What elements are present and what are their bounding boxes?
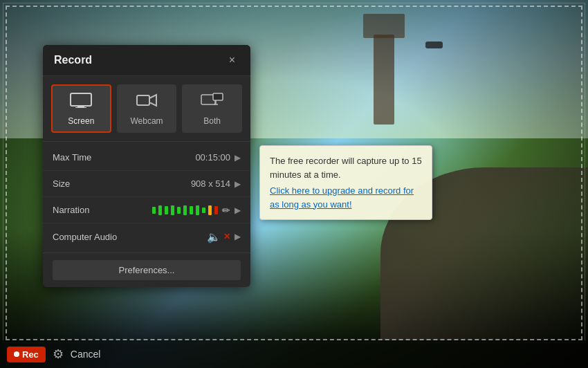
rec-button[interactable]: Rec	[7, 347, 46, 362]
size-arrow[interactable]: ▶	[235, 179, 241, 189]
computer-audio-label: Computer Audio	[53, 232, 207, 242]
meter-bar-8	[196, 205, 199, 215]
narration-arrow[interactable]: ▶	[235, 205, 241, 215]
panel-title: Record	[54, 54, 92, 66]
meter-bar-11	[214, 206, 218, 214]
cancel-button[interactable]: Cancel	[71, 349, 101, 360]
max-time-label: Max Time	[53, 152, 195, 163]
bottom-bar: Rec ⚙ Cancel	[0, 340, 588, 368]
meter-bar-4	[171, 205, 174, 215]
rec-dot	[14, 351, 19, 357]
mode-both-label: Both	[203, 116, 221, 126]
preferences-button[interactable]: Preferences...	[53, 260, 241, 280]
mode-section: Screen Webcam Both	[43, 76, 250, 142]
mode-webcam-button[interactable]: Webcam	[117, 84, 177, 133]
narration-meter	[152, 205, 218, 215]
meter-bar-1	[152, 207, 156, 214]
mode-webcam-label: Webcam	[130, 116, 163, 126]
rec-label: Rec	[22, 349, 39, 360]
screen-icon	[70, 93, 92, 112]
meter-bar-3	[165, 206, 168, 214]
gear-button[interactable]: ⚙	[51, 345, 65, 363]
settings-section: Max Time 00:15:00 ▶ Size 908 x 514 ▶ Nar…	[43, 142, 250, 253]
max-time-row: Max Time 00:15:00 ▶	[43, 145, 250, 171]
mode-screen-label: Screen	[68, 116, 94, 126]
narration-row: Narration ✏ ▶	[43, 197, 250, 223]
tooltip-box: The free recorder will capture up to 15 …	[259, 145, 432, 220]
tooltip-text: The free recorder will capture up to 15 …	[270, 156, 422, 180]
close-button[interactable]: ×	[225, 53, 239, 67]
svg-marker-4	[149, 95, 156, 106]
speaker-icon: 🔈	[207, 230, 221, 243]
size-value: 908 x 514	[191, 178, 230, 189]
size-label: Size	[53, 178, 191, 189]
audio-muted: 🔈 ✕	[207, 230, 230, 243]
meter-bar-9	[202, 208, 205, 213]
svg-rect-0	[71, 93, 91, 106]
svg-rect-1	[77, 106, 84, 107]
webcam-icon	[136, 93, 157, 112]
svg-rect-6	[213, 93, 223, 100]
audio-arrow[interactable]: ▶	[235, 232, 241, 241]
narration-label: Narration	[53, 205, 152, 215]
meter-bar-10	[208, 205, 212, 215]
mode-both-button[interactable]: Both	[182, 84, 242, 133]
meter-bar-7	[190, 206, 193, 214]
max-time-value: 00:15:00	[195, 152, 230, 163]
meter-bar-2	[158, 205, 162, 215]
mute-x-icon: ✕	[223, 232, 230, 241]
tooltip-link[interactable]: Click here to upgrade and record for as …	[270, 184, 422, 211]
computer-audio-row: Computer Audio 🔈 ✕ ▶	[43, 223, 250, 250]
size-row: Size 908 x 514 ▶	[43, 171, 250, 197]
mode-screen-button[interactable]: Screen	[51, 84, 111, 133]
mic-icon[interactable]: ✏	[222, 205, 230, 216]
record-panel: Record × Screen Webcam	[43, 45, 250, 287]
svg-rect-2	[75, 107, 86, 108]
svg-rect-3	[137, 95, 149, 105]
panel-header: Record ×	[43, 45, 250, 76]
meter-bar-6	[183, 205, 187, 215]
preferences-section: Preferences...	[43, 253, 250, 287]
both-icon	[201, 93, 224, 112]
meter-bar-5	[177, 207, 181, 214]
max-time-arrow[interactable]: ▶	[235, 153, 241, 163]
